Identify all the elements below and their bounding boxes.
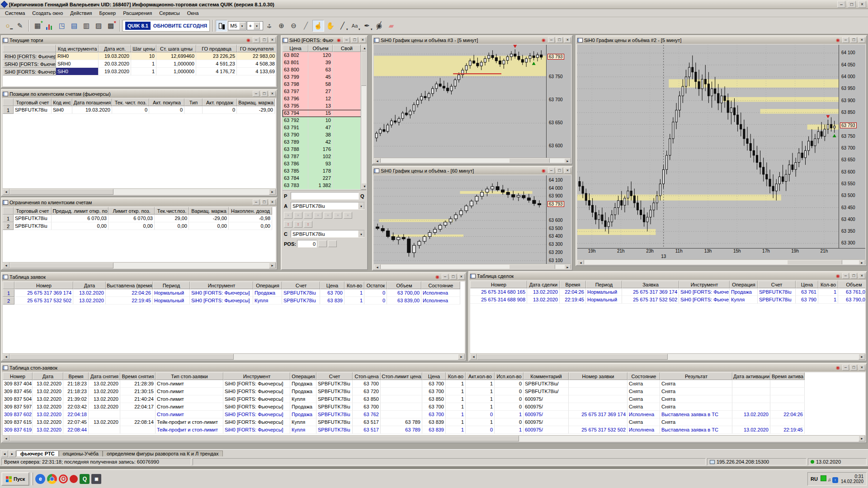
column-header[interactable]: Остаток [364,282,387,289]
quotes-table-icon[interactable]: ▤ [68,20,80,32]
window-titlebar[interactable]: Таблица сделок ◉ – □ × [469,272,866,280]
column-header[interactable]: Операция [290,372,316,380]
bid-row[interactable]: 63 784227 [283,175,366,182]
chevron-down-icon[interactable]: ▾ [358,202,364,210]
excel-export-icon[interactable]: ▩× [105,20,117,32]
table-row[interactable]: 25 675 314 688 90813.02.202022:19:45Норм… [470,296,865,304]
window-minimize-button[interactable]: – [842,365,849,371]
column-header[interactable]: Код инструмента [56,45,99,52]
stop-orders-table[interactable]: НомерДатаВремяДата снятияВремя снятияТип… [3,372,865,434]
scroll-left-button[interactable]: ◄ [577,260,584,264]
column-header[interactable]: Счет [316,372,353,380]
add-indicator-select[interactable]: +▾ [247,21,263,30]
column-header[interactable] [3,282,14,289]
window-close-button[interactable]: × [564,37,571,43]
column-header[interactable]: Объем [308,45,333,52]
bid-row[interactable]: 63 787102 [283,153,366,160]
column-header[interactable]: Объем [387,282,421,289]
close-button[interactable]: × [858,1,866,8]
column-header[interactable]: Кол-во [344,282,364,289]
column-header[interactable]: Вариац. маржа [237,99,275,106]
scroll-thumb[interactable] [509,264,555,269]
scroll-up-button[interactable]: ▲ [361,45,366,52]
chart-h-scrollbar[interactable]: ◄► [374,264,571,269]
table-row[interactable]: 225 675 317 532 50213.02.202022:19:45Нор… [3,297,465,305]
column-header[interactable]: Кол-во [818,281,838,288]
column-header[interactable]: Цена [796,281,818,288]
pin-icon[interactable]: ◉ [835,38,841,42]
sheet-tab[interactable]: опционы-Учёба [59,450,103,456]
window-minimize-button[interactable]: – [253,199,259,205]
sheet-tab[interactable]: определяем фигуры разворота на К и Л тре… [103,450,223,456]
column-header[interactable]: Стоп-цена [353,372,381,380]
column-header[interactable]: Дата [73,282,106,289]
table-search-icon[interactable]: ▨ [93,20,104,32]
menu-item[interactable]: Система [1,9,28,17]
window-minimize-button[interactable]: – [842,37,849,43]
column-header[interactable]: Состояние [627,372,660,380]
column-header[interactable]: Шаг цены [131,45,156,52]
table-row[interactable]: 309 837 50413.02.202021:39:0213.02.20202… [3,395,865,403]
window-minimize-button[interactable]: – [253,91,259,97]
column-header[interactable]: Инструмент [679,281,730,288]
bid-row[interactable]: 63 785178 [283,168,366,175]
hide-objects-icon[interactable]: ◉╱ [373,20,385,32]
sheet-tab[interactable]: фьючерс РТС [16,450,59,456]
column-header[interactable]: Вариац. маржа [189,207,229,215]
scroll-left-button[interactable]: ◄ [3,354,9,360]
ask-row[interactable]: 63 79727 [283,88,366,95]
book-tool-button[interactable]: ▫ [304,212,312,219]
column-header[interactable]: Торговый счет [14,207,52,215]
scroll-thumb[interactable] [477,354,668,360]
minimize-button[interactable]: – [837,1,845,8]
book-tool-button[interactable]: ▫ [344,212,352,219]
column-header[interactable]: Результат [660,372,732,380]
column-header[interactable]: Кол-во [446,372,466,380]
tab-scroll-right-button[interactable]: ► [9,450,16,457]
window-titlebar[interactable]: Позиции по клиентским счетам (фьючерсы) … [2,90,277,98]
limits-table[interactable]: Торговый счетПредыд. лимит откр. поЛимит… [3,207,276,230]
window-close-button[interactable]: × [859,37,865,43]
window-minimize-button[interactable]: – [253,37,259,43]
client-select[interactable]: SPBFUTK78iu▾ [291,230,365,238]
column-header[interactable]: Ст. шага цены [156,45,196,52]
column-header[interactable]: Период [586,281,622,288]
current-trades-table[interactable]: Код инструментаДата исп.Шаг ценыСт. шага… [3,45,276,75]
column-header[interactable]: Акт. продаж [203,99,237,106]
bid-row[interactable]: 63 788176 [283,146,366,153]
column-header[interactable]: Свой объем [333,45,361,52]
ask-row[interactable]: 63 79513 [283,103,366,110]
window-close-button[interactable]: × [269,91,276,97]
column-header[interactable]: Цена [320,282,344,289]
bid-row[interactable]: 63 79038 [283,131,366,139]
v-scrollbar[interactable]: ▲▼ [361,45,366,190]
column-header[interactable]: Стоп-лимит цена [381,372,422,380]
table-row[interactable]: 1SPBFUTK78iuSiH019.03.2020000-29,00 [3,106,276,114]
book-tool-button[interactable]: ▫ [284,212,292,219]
scroll-right-button[interactable]: ► [564,158,571,163]
scroll-thumb[interactable] [9,354,234,360]
eraser-icon[interactable]: ▰ [386,20,397,32]
column-header[interactable]: Номер [14,282,73,289]
pin-icon[interactable]: ◉ [245,38,251,42]
column-header[interactable]: Операция [730,281,758,288]
book-tool-button[interactable]: ▫ [334,212,342,219]
window-minimize-button[interactable]: – [442,274,448,280]
mail-icon[interactable] [70,475,78,483]
column-header[interactable]: Объем [838,281,865,288]
column-header[interactable] [3,45,56,52]
column-header[interactable]: Торговый счет [14,99,52,106]
bid-row[interactable]: 63 79210 [283,117,366,124]
book-tool-button[interactable]: ▫ [324,212,332,219]
scroll-thumb[interactable] [361,52,366,86]
scroll-thumb[interactable] [787,260,842,264]
column-header[interactable]: Дата исп. [99,45,131,52]
pin-icon[interactable]: ◉ [835,365,841,370]
scroll-thumb[interactable] [509,158,549,163]
window-minimize-button[interactable]: – [548,168,555,174]
column-header[interactable]: ГО покупателя [237,45,276,52]
window-maximize-button[interactable]: □ [450,274,457,280]
ask-row[interactable]: 63 79858 [283,81,366,88]
signature-icon[interactable]: ✎ [14,20,26,32]
column-header[interactable]: Время актива [770,372,805,380]
